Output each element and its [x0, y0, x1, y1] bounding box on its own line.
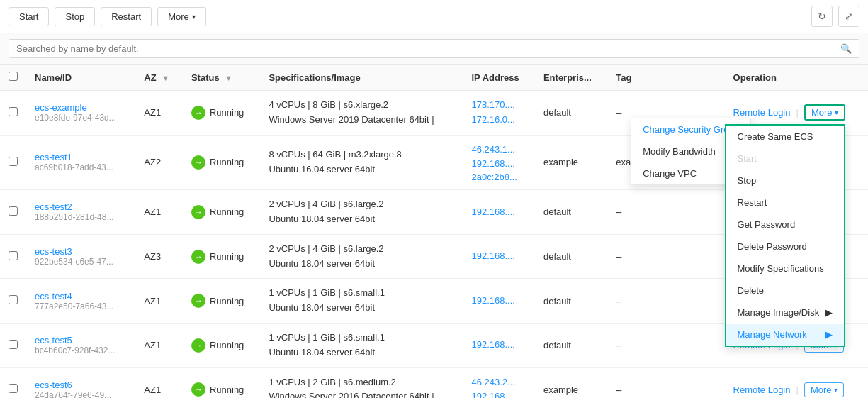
ip-address1[interactable]: 192.168.... [471, 338, 526, 353]
ip-address2[interactable]: 172.16.0... [471, 113, 526, 128]
search-button[interactable]: 🔍 [833, 39, 859, 58]
ip-address2[interactable]: 192.168.... [471, 389, 526, 398]
search-bar: 🔍 [0, 33, 868, 65]
status-text: Running [210, 206, 244, 217]
ip-address2[interactable]: 192.168.... [471, 157, 526, 172]
ip-address1[interactable]: 192.168.... [471, 249, 526, 264]
row-checkbox[interactable] [9, 251, 18, 260]
more-label: More [168, 11, 189, 22]
spec-line2: Ubuntu 16.04 server 64bit [269, 162, 454, 177]
ip-address1[interactable]: 46.243.1... [471, 143, 526, 157]
delete-password-item[interactable]: Delete Password [726, 236, 844, 258]
table-row: ecs-example e10e8fde-97e4-43d... AZ1 → R… [0, 91, 868, 136]
status-header: Status ▼ [183, 65, 261, 91]
delete-item[interactable]: Delete [726, 280, 844, 302]
status-filter-icon[interactable]: ▼ [225, 74, 232, 82]
instance-id: bc4b60c7-928f-432... [35, 346, 127, 355]
status-text: Running [210, 340, 244, 350]
search-input[interactable] [9, 39, 833, 58]
ip-address3[interactable]: 2a0c:2b8... [471, 172, 526, 182]
az-header: AZ ▼ [135, 65, 183, 91]
running-icon: → [191, 155, 205, 170]
refresh-button[interactable]: ↻ [811, 6, 833, 27]
running-icon: → [191, 106, 205, 120]
spec-line2: Windows Server 2016 Datacenter 64bit | [269, 389, 454, 398]
stop-label: Stop [738, 175, 757, 186]
ecs-table: Name/ID AZ ▼ Status ▼ Specifications/Ima… [0, 65, 868, 398]
instance-id: e10e8fde-97e4-43d... [35, 113, 127, 123]
tag-cell: -- [607, 190, 724, 235]
tag-cell: -- [607, 323, 724, 367]
ip-address1[interactable]: 178.170.... [471, 98, 526, 113]
stop-item[interactable]: Stop [726, 170, 844, 192]
ip-address1[interactable]: 46.243.2... [471, 375, 526, 390]
spec-line1: 1 vCPUs | 2 GiB | s6.medium.2 [269, 375, 454, 390]
instance-name-link[interactable]: ecs-test6 [35, 380, 72, 390]
instance-name-link[interactable]: ecs-test5 [35, 335, 72, 346]
start-button[interactable]: Start [9, 7, 49, 26]
manage-network-item[interactable]: Manage Network ▶ [726, 324, 844, 346]
modify-specs-item[interactable]: Modify Specifications [726, 258, 844, 280]
instance-name-link[interactable]: ecs-test3 [35, 246, 72, 257]
fullscreen-button[interactable]: ⤢ [838, 6, 859, 27]
row-checkbox[interactable] [9, 384, 18, 393]
stop-button[interactable]: Stop [55, 7, 95, 26]
tag-cell: -- [607, 279, 724, 324]
search-icon: 🔍 [840, 43, 852, 54]
tag-header: Tag [607, 65, 724, 91]
enterprise-cell: default [535, 279, 607, 324]
remote-login-link[interactable]: Remote Login [733, 107, 791, 118]
running-icon: → [191, 382, 205, 397]
instance-name-link[interactable]: ecs-test2 [35, 201, 72, 212]
az-cell: AZ2 [135, 135, 183, 190]
instance-id: 24da764f-79e6-49... [35, 390, 127, 398]
instance-name-link[interactable]: ecs-test4 [35, 291, 72, 302]
arrow-right-icon: ▶ [825, 307, 833, 318]
create-same-ecs-label: Create Same ECS [738, 131, 813, 142]
spec-line2: Ubuntu 18.04 server 64bit [269, 212, 454, 227]
chevron-down-icon: ▾ [835, 109, 838, 116]
enterprise-cell: default [535, 234, 607, 279]
running-icon: → [191, 294, 205, 308]
az-cell: AZ1 [135, 323, 183, 367]
name-id-header: Name/ID [26, 65, 135, 91]
row-more-button[interactable]: More ▾ [804, 104, 845, 121]
az-filter-icon[interactable]: ▼ [162, 74, 169, 82]
running-icon: → [191, 338, 205, 353]
instance-name-link[interactable]: ecs-test1 [35, 152, 72, 162]
restart-button[interactable]: Restart [101, 7, 152, 26]
enterprise-cell: example [535, 135, 607, 190]
spec-line1: 2 vCPUs | 4 GiB | s6.large.2 [269, 242, 454, 257]
row-checkbox[interactable] [9, 295, 18, 304]
instance-id: 922be534-c6e5-47... [35, 257, 127, 267]
row-checkbox[interactable] [9, 107, 18, 116]
row-more-button[interactable]: More ▾ [804, 382, 844, 397]
spec-line1: 8 vCPUs | 64 GiB | m3.2xlarge.8 [269, 148, 454, 162]
restart-label: Restart [738, 197, 767, 208]
enterprise-cell: default [535, 323, 607, 367]
az-cell: AZ1 [135, 91, 183, 136]
row-checkbox[interactable] [9, 206, 18, 216]
enterprise-cell: example [535, 367, 607, 398]
select-all-checkbox[interactable] [9, 72, 18, 81]
row-checkbox[interactable] [9, 157, 18, 166]
chevron-down-icon: ▾ [834, 386, 838, 394]
instance-name-link[interactable]: ecs-example [35, 102, 87, 113]
get-password-item[interactable]: Get Password [726, 214, 844, 236]
toolbar: Start Stop Restart More ▾ ↻ ⤢ [0, 0, 868, 33]
status-text: Running [210, 385, 244, 395]
manage-image-disk-label: Manage Image/Disk [738, 307, 820, 318]
fullscreen-icon: ⤢ [845, 11, 853, 22]
row-checkbox[interactable] [9, 340, 18, 349]
tag-cell: -- [607, 367, 724, 398]
manage-image-disk-item[interactable]: Manage Image/Disk ▶ [726, 302, 844, 324]
ip-address1[interactable]: 192.168.... [471, 294, 526, 309]
remote-login-link[interactable]: Remote Login [733, 385, 791, 395]
ip-address1[interactable]: 192.168.... [471, 205, 526, 220]
restart-item[interactable]: Restart [726, 192, 844, 214]
spec-line1: 1 vCPUs | 1 GiB | s6.small.1 [269, 331, 454, 346]
more-button[interactable]: More ▾ [157, 7, 206, 26]
spec-line2: Windows Server 2019 Datacenter 64bit | [269, 113, 454, 128]
running-icon: → [191, 250, 205, 264]
create-same-ecs-item[interactable]: Create Same ECS [726, 126, 844, 148]
